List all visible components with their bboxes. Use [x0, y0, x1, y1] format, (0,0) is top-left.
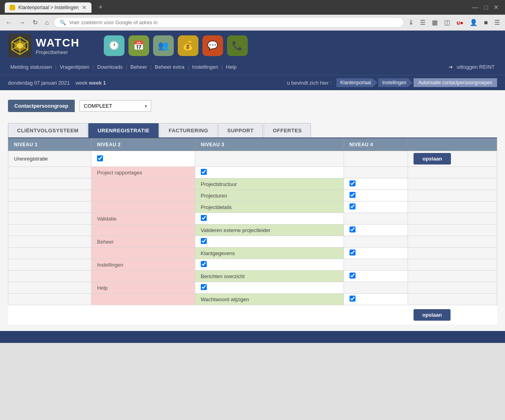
app-icon-chat[interactable]: 💬 — [202, 35, 223, 56]
home-button[interactable]: ⌂ — [43, 18, 51, 27]
checkbox-help[interactable] — [201, 284, 207, 290]
tab-title: Klantenportaal > Instellingen — [18, 5, 79, 10]
save-empty-1 — [8, 305, 91, 325]
nav-beheer[interactable]: Beheer — [128, 63, 150, 71]
breadcrumb-instellingen[interactable]: Instellingen — [378, 78, 413, 87]
tab-close-button[interactable]: ✕ — [82, 4, 87, 11]
niveau3-klantgegevens: Klantgegevens — [195, 248, 344, 259]
app-icons: 🕐 📅 👥 💰 💬 📞 — [104, 35, 248, 56]
checkbox-project-rapportages[interactable] — [201, 169, 207, 175]
tab-support[interactable]: SUPPORT — [218, 123, 263, 137]
checkbox-valideren[interactable] — [350, 226, 355, 232]
qr-icon[interactable]: ◫ — [442, 17, 452, 27]
niveau4-empty-h — [344, 282, 408, 294]
bookmarks-icon[interactable]: ☰ — [418, 17, 427, 27]
niveau2-project-rapportages: Project rapportages — [91, 167, 195, 178]
menu-icon[interactable]: ☰ — [492, 17, 502, 27]
actions-empty-pr — [408, 167, 497, 178]
tab-offertes[interactable]: OFFERTES — [264, 123, 311, 137]
checkbox-validatie[interactable] — [201, 215, 207, 221]
tab-clientvolgsysteem[interactable]: CLIËNTVOLGSYSTEEM — [8, 123, 87, 137]
profile-icon[interactable]: 👤 — [468, 17, 480, 27]
niveau2-beheer: Beheer — [91, 236, 195, 248]
app-icon-finance[interactable]: 💰 — [178, 35, 198, 56]
breadcrumb-klantenportaal[interactable]: Klantenportaal — [336, 78, 377, 87]
maximize-button[interactable]: □ — [482, 3, 489, 12]
minimize-button[interactable]: — — [470, 3, 480, 12]
app-icon-calendar[interactable]: 📅 — [128, 35, 149, 56]
col-niveau3: NIVEAU 3 — [195, 139, 344, 151]
tab-facturering[interactable]: FACTURERING — [159, 123, 217, 137]
logout-button[interactable]: uitloggen REINT — [454, 63, 497, 71]
app-icon-phone[interactable]: 📞 — [227, 35, 248, 56]
checkbox-instellingen[interactable] — [201, 261, 207, 267]
reload-button[interactable]: ↻ — [30, 17, 40, 27]
nav-melding-statussen[interactable]: Melding statussen — [8, 63, 54, 71]
nav-instellingen[interactable]: Instellingen — [190, 63, 221, 71]
checkbox-wachtwoord[interactable] — [350, 296, 355, 302]
checkbox-projecturen[interactable] — [350, 192, 355, 198]
niveau3-cb-validatie — [195, 213, 344, 225]
actions-empty-v — [408, 213, 497, 225]
niveau1-empty-8 — [8, 248, 91, 259]
nav-vragenlijsten[interactable]: Vragenlijsten — [57, 63, 92, 71]
auth-table: NIVEAU 1 NIVEAU 2 NIVEAU 3 NIVEAU 4 Uren… — [8, 138, 497, 325]
niveau3-cb-instellingen — [195, 259, 344, 271]
checkbox-beheer[interactable] — [201, 238, 207, 244]
niveau3-wachtwoord: Wachtwoord wijzigen — [195, 294, 344, 305]
niveau3-cb-help — [195, 282, 344, 294]
checkbox-berichten[interactable] — [350, 273, 355, 279]
col-niveau4: NIVEAU 4 — [344, 139, 408, 151]
checkbox-urenregistratie[interactable] — [97, 155, 103, 161]
app-icon-time[interactable]: 🕐 — [104, 35, 124, 56]
nav-beheer-extra[interactable]: Beheer extra — [152, 63, 186, 71]
group-select[interactable]: COMPLEET ADMIN USER MANAGER — [80, 100, 151, 112]
back-button[interactable]: ← — [3, 18, 14, 27]
extensions-icon[interactable]: ■ — [482, 18, 490, 27]
actions-empty-b — [408, 236, 497, 248]
main-content: Contactpersoongroep COMPLEET ADMIN USER … — [0, 90, 505, 331]
download-icon[interactable]: ⇓ — [406, 17, 416, 27]
close-button[interactable]: ✕ — [492, 3, 500, 12]
app-icon-users[interactable]: 👥 — [153, 35, 174, 56]
table-row: Project rapportages — [8, 167, 497, 178]
nav-sep-6: | — [221, 64, 223, 70]
ublock-icon[interactable]: u● — [454, 18, 465, 27]
table-row: Berichten overzicht — [8, 271, 497, 282]
logout-icon: ➜ — [449, 64, 453, 70]
checkbox-projectstructuur[interactable] — [350, 180, 355, 186]
address-input[interactable] — [69, 19, 398, 25]
checkbox-klantgegevens[interactable] — [350, 250, 355, 255]
checkbox-projectdetails[interactable] — [350, 203, 355, 209]
nav-downloads[interactable]: Downloads — [95, 63, 125, 71]
niveau2-empty-vep — [91, 225, 195, 236]
table-row: Beheer — [8, 236, 497, 248]
niveau1-urenregistratie: Urenregistratie — [8, 151, 91, 167]
niveau1-empty-5 — [8, 213, 91, 225]
logout-area: ➜ uitloggen REINT — [449, 64, 497, 70]
niveau2-empty-kg — [91, 248, 195, 259]
table-row: Projectdetails — [8, 201, 497, 213]
niveau2-empty-pd — [91, 201, 195, 213]
niveau1-empty-2 — [8, 178, 91, 190]
breadcrumb-autorisatie: Autorisatie contactpersoongroepen — [414, 78, 497, 87]
niveau1-empty-11 — [8, 282, 91, 294]
save-button-bottom[interactable]: opslaan — [414, 309, 451, 321]
footer-bar — [0, 331, 505, 343]
niveau1-empty-12 — [8, 294, 91, 305]
group-select-wrapper: COMPLEET ADMIN USER MANAGER — [80, 100, 151, 112]
niveau2-instellingen: Instellingen — [91, 259, 195, 271]
niveau2-help: Help — [91, 282, 195, 294]
table-row: Projectstructuur — [8, 178, 497, 190]
niveau4-cb-valideren — [344, 225, 408, 236]
niveau2-empty-ps — [91, 178, 195, 190]
logo-watch: WATCH — [36, 37, 80, 49]
niveau4-cb-klantgegevens — [344, 248, 408, 259]
tab-manager-icon[interactable]: ▦ — [430, 17, 440, 27]
search-icon: 🔍 — [60, 19, 66, 25]
new-tab-button[interactable]: + — [95, 2, 107, 13]
forward-button[interactable]: → — [17, 18, 28, 27]
nav-help[interactable]: Help — [223, 63, 239, 71]
save-button-top[interactable]: opslaan — [414, 153, 451, 165]
tab-urenregistratie[interactable]: URENREGISTRATIE — [88, 123, 159, 137]
